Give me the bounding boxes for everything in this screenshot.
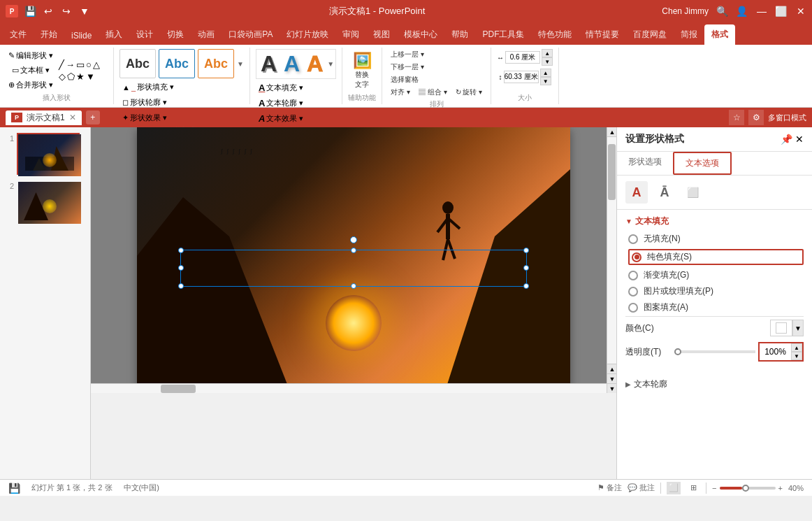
tab-pdf[interactable]: PDF工具集 [475, 24, 531, 45]
selection-box[interactable] [180, 250, 527, 287]
outline-header[interactable]: ▶ 文本轮廓 [625, 378, 804, 390]
horizontal-scrollbar[interactable] [91, 383, 607, 393]
tab-slideshow[interactable]: 幻灯片放映 [280, 24, 335, 45]
image-fill-radio[interactable] [628, 287, 638, 297]
tab-transition[interactable]: 切换 [160, 24, 191, 45]
text-outline-icon-btn[interactable]: Ā [653, 181, 676, 204]
shape-fill-btn[interactable]: ▲ _ 形状填充 ▾ [119, 80, 177, 94]
panel-close-btn[interactable]: ✕ [795, 134, 804, 145]
tab-animation[interactable]: 动画 [191, 24, 222, 45]
shape-style-2[interactable]: Abc [159, 49, 195, 78]
multi-window-btn[interactable]: 多窗口模式 [768, 113, 806, 123]
text-fill-btn[interactable]: A 文本填充 ▾ [256, 81, 306, 94]
art-text-c[interactable]: A [307, 51, 323, 77]
tab-home[interactable]: 开始 [34, 24, 64, 45]
shape-style-more[interactable]: ▼ [237, 60, 244, 68]
tab-format[interactable]: 格式 [704, 24, 735, 45]
tab-pocket-animation[interactable]: 口袋动画PA [222, 24, 280, 45]
edit-shape-btn[interactable]: ✎ 编辑形状 ▾ [6, 49, 56, 62]
select-panel-btn[interactable]: 选择窗格 [388, 74, 421, 85]
transparency-slider-thumb[interactable] [674, 348, 681, 355]
slide-img-2[interactable] [17, 180, 80, 222]
shape-pentagon[interactable]: ⬠ [67, 71, 75, 82]
zoom-slider[interactable] [720, 487, 776, 490]
pattern-fill-option[interactable]: 图案填充(A) [628, 301, 804, 313]
shape-more[interactable]: ▼ [86, 71, 95, 82]
gradient-fill-radio[interactable] [628, 271, 638, 280]
art-text-b[interactable]: A [284, 51, 300, 77]
shape-style-3[interactable]: Abc [198, 49, 234, 78]
handle-top-left[interactable] [178, 248, 184, 253]
text-box-btn[interactable]: ▭ 文本框 ▾ [6, 64, 56, 77]
tab-islide[interactable]: iSlide [64, 27, 99, 45]
handle-left[interactable] [178, 265, 184, 271]
shape-triangle[interactable]: △ [93, 59, 100, 70]
art-text-a[interactable]: A [261, 51, 277, 77]
shape-outline-btn[interactable]: ◻ 形状轮廓 ▾ [119, 96, 170, 109]
shape-diamond[interactable]: ◇ [59, 71, 66, 82]
handle-right[interactable] [523, 265, 529, 271]
height-down[interactable]: ▼ [540, 77, 551, 85]
width-down[interactable]: ▼ [542, 57, 553, 66]
merge-shape-btn[interactable]: ⊕ 合并形状 ▾ [6, 78, 56, 92]
add-tab-btn[interactable]: + [86, 110, 100, 124]
close-btn[interactable]: ✕ [795, 6, 806, 17]
zoom-thumb[interactable] [742, 485, 749, 492]
shape-star[interactable]: ★ [76, 71, 85, 82]
minimize-btn[interactable]: — [756, 6, 767, 17]
scroll-nav-down[interactable]: ▼ [607, 373, 616, 383]
panel-pin-btn[interactable]: 📌 [781, 134, 792, 145]
upper-layer-btn[interactable]: 上移一层 ▾ [388, 49, 427, 60]
gradient-fill-option[interactable]: 渐变填充(G) [628, 269, 804, 281]
tab-file[interactable]: 文件 [3, 24, 34, 45]
color-picker-btn[interactable] [770, 320, 792, 336]
save-btn[interactable]: 💾 [22, 3, 38, 19]
tab-brief[interactable]: 简报 [674, 24, 704, 45]
shape-rect[interactable]: ▭ [76, 59, 85, 70]
rotate-btn[interactable]: ↻ 旋转 ▾ [453, 87, 486, 98]
tab-feature[interactable]: 特色功能 [531, 24, 579, 45]
no-fill-radio[interactable] [628, 234, 638, 244]
pattern-fill-radio[interactable] [628, 303, 638, 313]
text-fill-header[interactable]: ▼ 文本填充 [625, 215, 804, 227]
tab-storyboard[interactable]: 情节提要 [579, 24, 626, 45]
height-input[interactable]: 60.33 厘米 [504, 71, 539, 83]
transparency-up[interactable]: ▲ [791, 343, 802, 352]
toolbar-icon-1[interactable]: ☆ [729, 110, 744, 125]
tab-review[interactable]: 审阅 [335, 24, 366, 45]
customize-btn[interactable]: ▼ [77, 3, 92, 19]
tab-template[interactable]: 模板中心 [397, 24, 444, 45]
backup-btn[interactable]: ⚑ 备注 [597, 483, 622, 493]
image-fill-option[interactable]: 图片或纹理填充(P) [628, 285, 804, 297]
transparency-input[interactable]: 100% [760, 344, 791, 359]
status-icon-1[interactable]: 💾 [8, 483, 20, 494]
slide-sorter-btn[interactable]: ⊞ [686, 482, 700, 494]
shape-arrow[interactable]: → [66, 59, 75, 70]
handle-bottom[interactable] [351, 283, 356, 289]
text-fill-icon-btn[interactable]: A [625, 181, 648, 204]
restore-btn[interactable]: ⬜ [776, 6, 787, 17]
text-outline-btn[interactable]: A 文本轮廓 ▾ [256, 97, 306, 110]
zoom-in-btn[interactable]: + [778, 484, 783, 492]
handle-bottom-right[interactable] [523, 283, 529, 289]
slide-canvas[interactable]: ∫ ∫ ∫ ∫ ∫ ∫ [137, 127, 570, 393]
align-btn[interactable]: 对齐 ▾ [388, 87, 413, 98]
handle-bottom-left[interactable] [178, 283, 184, 289]
slide-img-1[interactable] [17, 133, 80, 175]
tab-help[interactable]: 帮助 [444, 24, 475, 45]
redo-btn[interactable]: ↪ [59, 3, 74, 19]
text-effect-btn[interactable]: A 文本效果 ▾ [256, 112, 306, 125]
color-dropdown[interactable]: ▼ [792, 320, 804, 336]
doc-tab-close[interactable]: ✕ [69, 113, 76, 122]
width-up[interactable]: ▲ [542, 49, 553, 57]
document-tab[interactable]: P 演示文稿1 ✕ [6, 110, 82, 125]
text-effect-icon-btn[interactable]: ⬜ [681, 181, 704, 204]
no-fill-option[interactable]: 无填充(N) [628, 233, 804, 245]
scroll-up-btn[interactable]: ▲ [607, 127, 616, 137]
tab-baidu[interactable]: 百度网盘 [626, 24, 674, 45]
replace-text-btn[interactable]: 🖼️ 替换 文字 [351, 50, 373, 91]
shape-line[interactable]: ╱ [59, 59, 64, 70]
share-btn[interactable]: 👤 [737, 6, 748, 17]
search-btn[interactable]: 🔍 [717, 6, 728, 17]
tab-view[interactable]: 视图 [366, 24, 397, 45]
